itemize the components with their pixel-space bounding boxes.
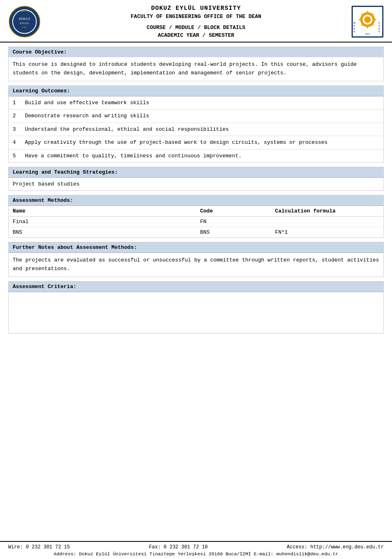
university-logo-left: DOKUZ EYLÜL ÜNİ. İZMİR·1982 — [8, 5, 41, 38]
outcome-number: 2 — [13, 112, 25, 120]
outcome-row: 2 Demonstrate research and writing skill… — [9, 110, 383, 123]
footer-address: Address: Dokuz Eylül Üniversitesi Tınazt… — [53, 551, 338, 557]
outcome-text: Build and use effective teamwork skills — [25, 99, 379, 107]
svg-text:EYLÜL: EYLÜL — [20, 22, 29, 25]
course-details-title: COURSE / MODULE / BLOCK DETAILS — [41, 25, 351, 31]
logo-left-container: DOKUZ EYLÜL ÜNİ. İZMİR·1982 — [8, 5, 41, 38]
assessment-name: BNS — [9, 227, 196, 238]
outcome-number: 1 — [13, 99, 25, 107]
teaching-body: Project based studies — [9, 178, 383, 190]
assessment-table: Name Code Calculation formula Final FN B… — [9, 206, 383, 237]
col-header-formula: Calculation formula — [271, 206, 383, 217]
svg-text:İZMİR·1982: İZMİR·1982 — [19, 10, 30, 12]
notes-text: The projects are evaluated as successful… — [13, 257, 379, 272]
outcome-row: 1 Build and use effective teamwork skill… — [9, 96, 383, 110]
outcome-text: Have a commitment to quality, timeliness… — [25, 152, 379, 160]
svg-text:M: M — [354, 22, 355, 24]
svg-text:K: K — [379, 27, 380, 30]
objective-header: Course Objective: — [9, 47, 383, 57]
assessment-table-body: Final FN BNS BNS FN*1 — [9, 217, 383, 238]
outcome-number: 4 — [13, 139, 25, 147]
objective-label: Course Objective: — [13, 49, 67, 55]
assessment-table-header-row: Name Code Calculation formula — [9, 206, 383, 217]
svg-text:ÜNİ.: ÜNİ. — [22, 26, 27, 29]
assessment-section: Assessment Methods: Name Code Calculatio… — [8, 195, 384, 238]
university-logo-right: M Ü H E F A K Ü DEÜ — [351, 5, 384, 38]
outcomes-list: 1 Build and use effective teamwork skill… — [9, 96, 383, 163]
table-row: BNS BNS FN*1 — [9, 227, 383, 238]
assessment-label: Assessment Methods: — [13, 197, 73, 203]
teaching-section: Learning and Teaching Strategies: Projec… — [8, 167, 384, 191]
svg-point-12 — [364, 16, 371, 23]
svg-text:Ü: Ü — [379, 30, 380, 33]
outcome-number: 3 — [13, 125, 25, 134]
outcome-text: Understand the professional, ethical and… — [25, 125, 379, 134]
footer-line1: Wire: 0 232 301 72 15 Fax: 0 232 301 72 … — [8, 544, 384, 550]
assessment-criteria-section: Assessment Criteria: — [8, 281, 384, 333]
objective-text: This course is designed to introduce stu… — [13, 61, 357, 76]
col-header-code: Code — [196, 206, 271, 217]
svg-text:H: H — [354, 27, 355, 30]
assessment-formula — [271, 217, 383, 227]
svg-text:DOKUZ: DOKUZ — [19, 17, 30, 21]
header: DOKUZ EYLÜL ÜNİ. İZMİR·1982 DOKUZ EYLÜL … — [0, 0, 392, 42]
criteria-body — [9, 292, 383, 333]
table-row: Final FN — [9, 217, 383, 227]
notes-label: Further Notes about Assessment Methods: — [13, 244, 137, 250]
outcomes-header: Learning Outcomes: — [9, 86, 383, 96]
svg-text:DEÜ: DEÜ — [365, 33, 370, 35]
objective-body: This course is designed to introduce stu… — [9, 57, 383, 81]
notes-header: Further Notes about Assessment Methods: — [9, 242, 383, 253]
footer-access: Access: http://www.eng.deu.edu.tr — [287, 544, 384, 550]
assessment-header: Assessment Methods: — [9, 195, 383, 206]
university-name: DOKUZ EYLÜL UNIVERSITY — [41, 5, 351, 12]
criteria-label: Assessment Criteria: — [13, 284, 76, 290]
academic-year-title: ACADEMIC YEAR / SEMESTER — [41, 32, 351, 38]
svg-text:Ü: Ü — [354, 25, 355, 27]
outcome-row: 4 Apply creativity through the use of pr… — [9, 136, 383, 150]
outcome-row: 3 Understand the professional, ethical a… — [9, 123, 383, 136]
assessment-name: Final — [9, 217, 196, 227]
outcome-number: 5 — [13, 152, 25, 160]
main-content: Course Objective: This course is designe… — [0, 42, 392, 541]
outcome-text: Demonstrate research and writing skills — [25, 112, 379, 120]
footer-line2: Address: Dokuz Eylül Üniversitesi Tınazt… — [8, 551, 384, 557]
notes-body: The projects are evaluated as successful… — [9, 253, 383, 277]
further-notes-section: Further Notes about Assessment Methods: … — [8, 242, 384, 277]
footer-fax: Fax: 0 232 301 72 10 — [149, 544, 208, 550]
objective-section: Course Objective: This course is designe… — [8, 47, 384, 81]
criteria-header: Assessment Criteria: — [9, 282, 383, 292]
assessment-formula: FN*1 — [271, 227, 383, 238]
svg-text:F: F — [379, 22, 380, 24]
teaching-header: Learning and Teaching Strategies: — [9, 167, 383, 178]
header-center: DOKUZ EYLÜL UNIVERSITY FACULTY OF ENGINE… — [41, 5, 351, 38]
svg-text:A: A — [379, 25, 380, 27]
teaching-label: Learning and Teaching Strategies: — [13, 169, 118, 175]
logo-right-container: M Ü H E F A K Ü DEÜ — [351, 5, 384, 38]
teaching-text: Project based studies — [13, 181, 80, 187]
learning-outcomes-section: Learning Outcomes: 1 Build and use effec… — [8, 85, 384, 163]
assessment-code: BNS — [196, 227, 271, 238]
footer: Wire: 0 232 301 72 15 Fax: 0 232 301 72 … — [0, 541, 392, 559]
col-header-name: Name — [9, 206, 196, 217]
outcomes-label: Learning Outcomes: — [13, 88, 70, 94]
outcome-text: Apply creativity through the use of proj… — [25, 139, 379, 147]
faculty-name: FACULTY OF ENGINEERING OFFICE OF THE DEA… — [41, 13, 351, 20]
assessment-code: FN — [196, 217, 271, 227]
outcome-row: 5 Have a commitment to quality, timeline… — [9, 150, 383, 163]
footer-wire: Wire: 0 232 301 72 15 — [8, 544, 70, 550]
